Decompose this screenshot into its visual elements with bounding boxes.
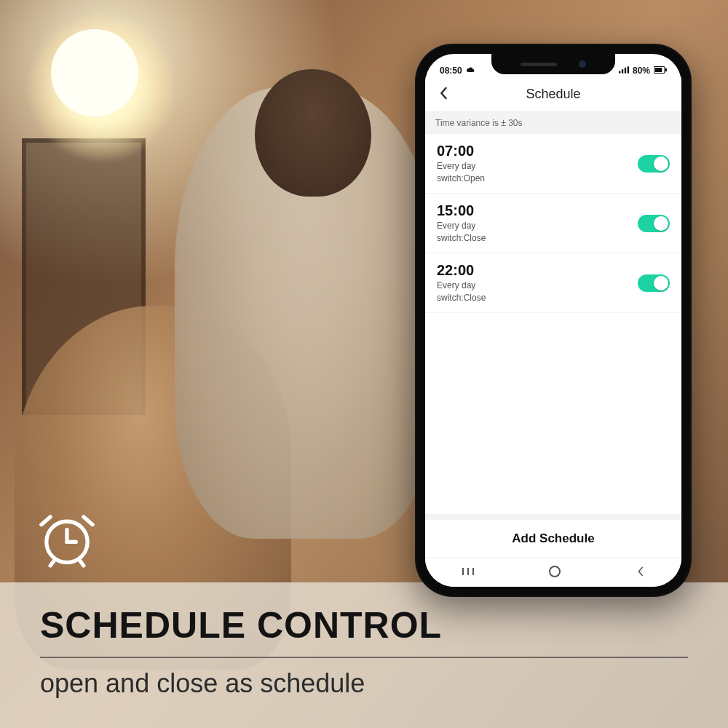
schedule-info: 07:00Every dayswitch:Open	[437, 143, 485, 184]
back-nav-button[interactable]	[635, 566, 645, 580]
schedule-info: 15:00Every dayswitch:Close	[437, 202, 486, 244]
marketing-scene: SCHEDULE CONTROL open and close as sched…	[0, 0, 728, 728]
list-spacer	[425, 313, 681, 514]
phone-speaker	[521, 63, 557, 66]
svg-line-3	[41, 517, 50, 525]
schedule-list: 07:00Every dayswitch:Open15:00Every days…	[425, 134, 681, 313]
schedule-row[interactable]: 15:00Every dayswitch:Close	[425, 194, 681, 253]
page-title: Schedule	[425, 87, 681, 102]
svg-rect-7	[619, 71, 620, 74]
variance-note: Time variance is ± 30s	[425, 112, 681, 134]
background-figure-child-head	[255, 69, 371, 197]
phone-camera	[579, 60, 586, 68]
schedule-info: 22:00Every dayswitch:Close	[437, 262, 486, 304]
schedule-time: 15:00	[437, 202, 486, 219]
svg-point-17	[550, 566, 560, 577]
schedule-toggle[interactable]	[638, 215, 670, 232]
caption-banner: SCHEDULE CONTROL open and close as sched…	[0, 582, 728, 728]
schedule-app: Schedule Time variance is ± 30s 07:00Eve…	[425, 77, 681, 587]
svg-rect-13	[665, 68, 667, 72]
toggle-knob	[654, 157, 668, 171]
schedule-repeat: Every day	[437, 280, 486, 291]
battery-icon	[654, 66, 667, 76]
svg-rect-12	[655, 68, 662, 72]
schedule-repeat: Every day	[437, 221, 486, 232]
app-header: Schedule	[425, 77, 681, 112]
chevron-left-icon	[438, 87, 448, 100]
schedule-row[interactable]: 22:00Every dayswitch:Close	[425, 253, 681, 313]
schedule-toggle[interactable]	[638, 274, 670, 292]
android-nav-bar	[425, 558, 681, 587]
toggle-knob	[654, 216, 668, 231]
home-button[interactable]	[548, 565, 561, 581]
svg-line-6	[80, 561, 84, 566]
schedule-repeat: Every day	[437, 161, 485, 172]
caption-subtitle: open and close as schedule	[40, 668, 688, 699]
caption-title: SCHEDULE CONTROL	[40, 604, 688, 646]
schedule-action: switch:Open	[437, 173, 485, 184]
caption-divider	[40, 657, 688, 658]
recent-apps-button[interactable]	[462, 566, 475, 579]
alarm-clock-icon	[35, 507, 99, 574]
svg-line-5	[50, 561, 54, 566]
signal-icon	[619, 66, 629, 76]
schedule-action: switch:Close	[437, 233, 486, 244]
phone-mockup: 08:50 80%	[415, 44, 692, 597]
schedule-action: switch:Close	[437, 293, 486, 304]
add-schedule-button[interactable]: Add Schedule	[425, 514, 681, 558]
schedule-row[interactable]: 07:00Every dayswitch:Open	[425, 134, 681, 194]
cloud-icon	[466, 66, 475, 76]
status-battery-text: 80%	[633, 66, 650, 76]
phone-notch	[491, 54, 615, 74]
svg-line-4	[84, 517, 92, 525]
svg-rect-9	[625, 68, 626, 74]
background-lamp-core	[51, 29, 138, 116]
status-time: 08:50	[440, 66, 462, 76]
schedule-time: 07:00	[437, 143, 485, 159]
toggle-knob	[654, 276, 668, 290]
back-button[interactable]	[432, 82, 454, 107]
schedule-toggle[interactable]	[638, 155, 670, 173]
schedule-time: 22:00	[437, 262, 486, 279]
svg-rect-8	[622, 69, 623, 73]
svg-rect-10	[628, 66, 629, 73]
phone-screen: 08:50 80%	[425, 54, 681, 587]
